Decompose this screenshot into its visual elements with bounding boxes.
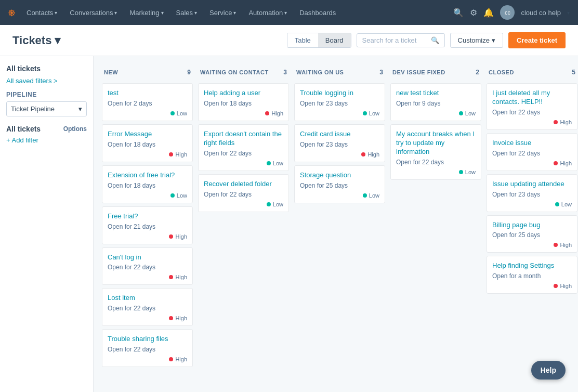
priority-dot: [169, 275, 173, 279]
card-footer: Low: [300, 192, 379, 199]
nav-item-contacts[interactable]: Contacts ▾: [21, 7, 62, 19]
priority-label: High: [560, 119, 572, 125]
create-ticket-button[interactable]: Create ticket: [508, 32, 566, 48]
card-title: test: [108, 89, 187, 98]
column-header-closed: CLOSED 5: [487, 64, 577, 80]
card-title: Storage question: [300, 171, 379, 180]
search-icon[interactable]: 🔍: [453, 8, 464, 18]
header-actions: Table Board 🔍 Customize ▾ Create ticket: [287, 32, 566, 48]
priority-dot: [363, 111, 367, 115]
card-footer: High: [108, 151, 187, 158]
priority-dot: [361, 152, 365, 156]
column-count-waiting-on-us: 3: [379, 69, 383, 76]
ticket-card[interactable]: Can't log in Open for 22 days High: [102, 247, 193, 285]
cards-list-waiting-on-us: Trouble logging in Open for 23 days Low …: [294, 83, 385, 203]
card-subtitle: Open for 22 days: [108, 264, 187, 271]
hubspot-logo[interactable]: ⎈: [8, 6, 15, 19]
priority-dot: [267, 161, 271, 165]
card-subtitle: Open for 22 days: [492, 109, 572, 116]
ticket-card[interactable]: I just deleted all my contacts. HELP!! O…: [487, 83, 577, 130]
customize-chevron: ▾: [492, 36, 495, 44]
priority-label: Low: [273, 160, 283, 166]
search-icon: 🔍: [431, 36, 439, 44]
nav-item-marketing[interactable]: Marketing ▾: [124, 7, 168, 19]
column-title-dev-issue-fixed: DEV ISSUE FIXED: [392, 69, 445, 75]
pipeline-select[interactable]: Ticket Pipeline ▾: [6, 101, 87, 116]
card-footer: Low: [108, 110, 187, 116]
ticket-card[interactable]: Trouble sharing files Open for 22 days H…: [102, 329, 193, 367]
column-title-new: NEW: [104, 69, 118, 75]
help-button[interactable]: Help: [531, 361, 566, 380]
ticket-card[interactable]: Recover deleted folder Open for 22 days …: [198, 174, 289, 212]
nav-item-conversations[interactable]: Conversations ▾: [64, 7, 122, 19]
card-subtitle: Open for 23 days: [300, 141, 379, 148]
ticket-card[interactable]: Extension of free trial? Open for 18 day…: [102, 165, 193, 203]
card-footer: High: [492, 242, 572, 248]
options-button[interactable]: Options: [63, 125, 87, 133]
priority-label: High: [560, 242, 572, 248]
ticket-card[interactable]: Lost item Open for 22 days High: [102, 288, 193, 326]
ticket-card[interactable]: My account breaks when I try to update m…: [390, 124, 481, 180]
nav-item-sales[interactable]: Sales ▾: [171, 7, 203, 19]
card-footer: High: [300, 151, 379, 158]
settings-icon[interactable]: ⚙: [470, 8, 477, 18]
ticket-card[interactable]: Billing page bug Open for 25 days High: [487, 215, 577, 253]
user-menu[interactable]: cloud co help: [521, 9, 561, 17]
card-subtitle: Open for 25 days: [492, 231, 572, 239]
ticket-card[interactable]: Error Message Open for 18 days High: [102, 124, 193, 162]
sidebar: All tickets All saved filters > Pipeline…: [0, 56, 94, 392]
ticket-card[interactable]: Export doesn't contain the right fields …: [198, 124, 289, 171]
add-filter-button[interactable]: + Add filter: [6, 136, 87, 144]
column-title-waiting-on-us: WAITING ON US: [296, 69, 344, 75]
ticket-card[interactable]: Trouble logging in Open for 23 days Low: [294, 83, 385, 121]
card-subtitle: Open for 22 days: [108, 346, 187, 353]
card-subtitle: Open for 21 days: [108, 223, 187, 230]
ticket-card[interactable]: new test ticket Open for 9 days Low: [390, 83, 481, 121]
search-input[interactable]: [362, 36, 428, 44]
column-waiting-on-contact: WAITING ON CONTACT 3 Help adding a user …: [198, 64, 289, 384]
view-table-button[interactable]: Table: [287, 33, 318, 47]
page-title[interactable]: Tickets ▾: [12, 34, 60, 47]
card-title: Help adding a user: [204, 89, 283, 98]
priority-dot: [363, 193, 367, 198]
cards-list-waiting-on-contact: Help adding a user Open for 18 days High…: [198, 83, 289, 212]
card-title: Billing page bug: [492, 221, 572, 230]
card-footer: High: [108, 356, 187, 362]
card-subtitle: Open for 22 days: [492, 150, 572, 157]
search-box[interactable]: 🔍: [357, 33, 445, 47]
pipeline-chevron: ▾: [78, 105, 82, 113]
card-title: Free trial?: [108, 212, 187, 221]
nav-item-service[interactable]: Service ▾: [204, 7, 241, 19]
notifications-icon[interactable]: 🔔: [483, 8, 494, 18]
ticket-card[interactable]: Free trial? Open for 21 days High: [102, 206, 193, 244]
card-footer: High: [108, 274, 187, 280]
ticket-card[interactable]: Storage question Open for 25 days Low: [294, 165, 385, 203]
ticket-card[interactable]: Invoice issue Open for 22 days High: [487, 133, 577, 171]
column-header-waiting-on-us: WAITING ON US 3: [294, 64, 385, 80]
priority-dot: [170, 193, 175, 198]
avatar[interactable]: cc: [500, 5, 515, 20]
ticket-card[interactable]: Issue updating attendee Open for 23 days…: [487, 174, 577, 212]
customize-button[interactable]: Customize ▾: [450, 33, 503, 48]
ticket-card[interactable]: Help finding Settings Open for a month H…: [487, 256, 577, 294]
card-footer: Low: [396, 169, 476, 175]
column-new: NEW 9 test Open for 2 days Low Error Mes…: [102, 64, 193, 384]
column-header-new: NEW 9: [102, 64, 193, 80]
priority-label: High: [175, 233, 187, 240]
nav-item-automation[interactable]: Automation ▾: [243, 7, 292, 19]
column-count-new: 9: [187, 69, 191, 76]
card-title: My account breaks when I try to update m…: [396, 130, 476, 156]
title-chevron: ▾: [55, 34, 60, 47]
sidebar-pipeline-label: Pipeline: [6, 91, 87, 98]
card-title: Recover deleted folder: [204, 180, 283, 189]
priority-label: Low: [177, 192, 187, 199]
ticket-card[interactable]: Help adding a user Open for 18 days High: [198, 83, 289, 121]
view-board-button[interactable]: Board: [318, 33, 351, 47]
card-footer: High: [204, 110, 283, 116]
nav-item-dashboards[interactable]: Dashboards: [294, 7, 341, 19]
priority-dot: [459, 170, 463, 174]
ticket-card[interactable]: test Open for 2 days Low: [102, 83, 193, 121]
sidebar-saved-filters[interactable]: All saved filters >: [6, 77, 87, 85]
ticket-card[interactable]: Credit card issue Open for 23 days High: [294, 124, 385, 162]
column-header-waiting-on-contact: WAITING ON CONTACT 3: [198, 64, 289, 80]
